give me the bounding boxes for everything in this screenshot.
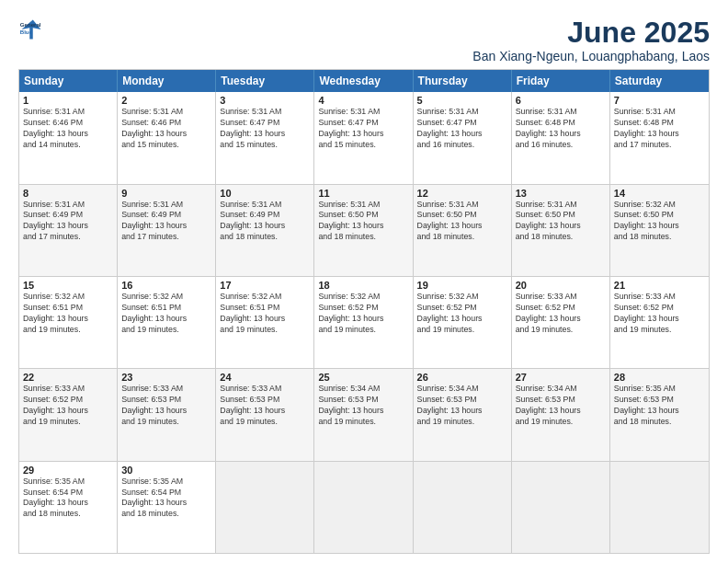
calendar: Sunday Monday Tuesday Wednesday Thursday… — [18, 69, 710, 554]
day-number: 13 — [516, 188, 606, 199]
cal-cell-day-17: 17Sunrise: 5:32 AM Sunset: 6:51 PM Dayli… — [216, 277, 314, 368]
day-number: 2 — [121, 95, 211, 106]
cal-cell-day-20: 20Sunrise: 5:33 AM Sunset: 6:52 PM Dayli… — [512, 277, 610, 368]
day-number: 26 — [417, 372, 507, 383]
cal-cell-day-29: 29Sunrise: 5:35 AM Sunset: 6:54 PM Dayli… — [19, 462, 118, 553]
day-info: Sunrise: 5:34 AM Sunset: 6:53 PM Dayligh… — [417, 384, 507, 428]
day-info: Sunrise: 5:31 AM Sunset: 6:50 PM Dayligh… — [318, 200, 408, 244]
cal-cell-day-21: 21Sunrise: 5:33 AM Sunset: 6:52 PM Dayli… — [610, 277, 709, 368]
cal-cell-empty — [314, 462, 413, 553]
day-number: 12 — [417, 188, 507, 199]
day-number: 3 — [220, 95, 310, 106]
cal-cell-day-15: 15Sunrise: 5:32 AM Sunset: 6:51 PM Dayli… — [19, 277, 118, 368]
day-info: Sunrise: 5:33 AM Sunset: 6:52 PM Dayligh… — [516, 292, 606, 336]
day-number: 7 — [614, 95, 705, 106]
cal-cell-day-22: 22Sunrise: 5:33 AM Sunset: 6:52 PM Dayli… — [19, 369, 118, 460]
cal-cell-empty — [512, 462, 610, 553]
day-info: Sunrise: 5:32 AM Sunset: 6:52 PM Dayligh… — [318, 292, 408, 336]
day-info: Sunrise: 5:33 AM Sunset: 6:52 PM Dayligh… — [23, 384, 113, 428]
day-number: 15 — [23, 280, 113, 291]
day-number: 5 — [417, 95, 507, 106]
cal-cell-day-11: 11Sunrise: 5:31 AM Sunset: 6:50 PM Dayli… — [314, 185, 413, 276]
cal-cell-day-2: 2Sunrise: 5:31 AM Sunset: 6:46 PM Daylig… — [118, 92, 216, 183]
header-wednesday: Wednesday — [314, 70, 413, 92]
day-info: Sunrise: 5:35 AM Sunset: 6:53 PM Dayligh… — [614, 384, 705, 428]
calendar-body: 1Sunrise: 5:31 AM Sunset: 6:46 PM Daylig… — [19, 92, 709, 553]
day-info: Sunrise: 5:32 AM Sunset: 6:51 PM Dayligh… — [23, 292, 113, 336]
day-number: 23 — [121, 372, 211, 383]
header-sunday: Sunday — [19, 70, 118, 92]
day-number: 29 — [23, 465, 113, 476]
day-number: 11 — [318, 188, 408, 199]
day-info: Sunrise: 5:35 AM Sunset: 6:54 PM Dayligh… — [23, 477, 113, 521]
day-info: Sunrise: 5:34 AM Sunset: 6:53 PM Dayligh… — [516, 384, 606, 428]
day-number: 28 — [614, 372, 705, 383]
day-number: 14 — [614, 188, 705, 199]
title-block: June 2025 Ban Xiang-Ngeun, Louangphabang… — [472, 17, 710, 63]
cal-row-2: 8Sunrise: 5:31 AM Sunset: 6:49 PM Daylig… — [19, 185, 709, 277]
svg-text:General: General — [20, 21, 41, 28]
cal-cell-day-28: 28Sunrise: 5:35 AM Sunset: 6:53 PM Dayli… — [610, 369, 709, 460]
day-number: 9 — [121, 188, 211, 199]
day-info: Sunrise: 5:32 AM Sunset: 6:50 PM Dayligh… — [614, 200, 705, 244]
calendar-header: Sunday Monday Tuesday Wednesday Thursday… — [19, 70, 709, 92]
cal-cell-day-26: 26Sunrise: 5:34 AM Sunset: 6:53 PM Dayli… — [414, 369, 512, 460]
svg-text:Blue: Blue — [20, 29, 33, 35]
cal-row-5: 29Sunrise: 5:35 AM Sunset: 6:54 PM Dayli… — [19, 462, 709, 553]
cal-cell-day-9: 9Sunrise: 5:31 AM Sunset: 6:49 PM Daylig… — [118, 185, 216, 276]
header-saturday: Saturday — [610, 70, 709, 92]
cal-cell-day-8: 8Sunrise: 5:31 AM Sunset: 6:49 PM Daylig… — [19, 185, 118, 276]
day-number: 24 — [220, 372, 310, 383]
day-number: 8 — [23, 188, 113, 199]
day-info: Sunrise: 5:31 AM Sunset: 6:48 PM Dayligh… — [614, 107, 705, 151]
cal-cell-day-30: 30Sunrise: 5:35 AM Sunset: 6:54 PM Dayli… — [118, 462, 216, 553]
cal-cell-empty — [216, 462, 314, 553]
cal-cell-day-6: 6Sunrise: 5:31 AM Sunset: 6:48 PM Daylig… — [512, 92, 610, 183]
day-number: 27 — [516, 372, 606, 383]
day-number: 21 — [614, 280, 705, 291]
cal-cell-day-19: 19Sunrise: 5:32 AM Sunset: 6:52 PM Dayli… — [414, 277, 512, 368]
cal-cell-day-4: 4Sunrise: 5:31 AM Sunset: 6:47 PM Daylig… — [314, 92, 413, 183]
header-friday: Friday — [512, 70, 610, 92]
cal-cell-day-16: 16Sunrise: 5:32 AM Sunset: 6:51 PM Dayli… — [118, 277, 216, 368]
day-number: 19 — [417, 280, 507, 291]
day-info: Sunrise: 5:31 AM Sunset: 6:48 PM Dayligh… — [516, 107, 606, 151]
day-number: 6 — [516, 95, 606, 106]
cal-cell-day-24: 24Sunrise: 5:33 AM Sunset: 6:53 PM Dayli… — [216, 369, 314, 460]
cal-cell-day-14: 14Sunrise: 5:32 AM Sunset: 6:50 PM Dayli… — [610, 185, 709, 276]
cal-cell-day-7: 7Sunrise: 5:31 AM Sunset: 6:48 PM Daylig… — [610, 92, 709, 183]
day-number: 16 — [121, 280, 211, 291]
subtitle: Ban Xiang-Ngeun, Louangphabang, Laos — [472, 49, 710, 63]
day-info: Sunrise: 5:31 AM Sunset: 6:49 PM Dayligh… — [121, 200, 211, 244]
day-info: Sunrise: 5:31 AM Sunset: 6:49 PM Dayligh… — [23, 200, 113, 244]
cal-cell-empty — [414, 462, 512, 553]
cal-cell-day-25: 25Sunrise: 5:34 AM Sunset: 6:53 PM Dayli… — [314, 369, 413, 460]
day-info: Sunrise: 5:32 AM Sunset: 6:51 PM Dayligh… — [220, 292, 310, 336]
cal-cell-day-13: 13Sunrise: 5:31 AM Sunset: 6:50 PM Dayli… — [512, 185, 610, 276]
day-info: Sunrise: 5:31 AM Sunset: 6:46 PM Dayligh… — [121, 107, 211, 151]
day-number: 1 — [23, 95, 113, 106]
page: General Blue June 2025 Ban Xiang-Ngeun, … — [0, 0, 728, 563]
day-info: Sunrise: 5:34 AM Sunset: 6:53 PM Dayligh… — [318, 384, 408, 428]
header-thursday: Thursday — [414, 70, 512, 92]
cal-cell-day-18: 18Sunrise: 5:32 AM Sunset: 6:52 PM Dayli… — [314, 277, 413, 368]
day-info: Sunrise: 5:31 AM Sunset: 6:50 PM Dayligh… — [516, 200, 606, 244]
cal-cell-day-3: 3Sunrise: 5:31 AM Sunset: 6:47 PM Daylig… — [216, 92, 314, 183]
day-info: Sunrise: 5:33 AM Sunset: 6:52 PM Dayligh… — [614, 292, 705, 336]
header-tuesday: Tuesday — [216, 70, 314, 92]
day-info: Sunrise: 5:31 AM Sunset: 6:49 PM Dayligh… — [220, 200, 310, 244]
day-info: Sunrise: 5:31 AM Sunset: 6:47 PM Dayligh… — [318, 107, 408, 151]
day-number: 17 — [220, 280, 310, 291]
day-number: 4 — [318, 95, 408, 106]
day-info: Sunrise: 5:31 AM Sunset: 6:47 PM Dayligh… — [220, 107, 310, 151]
day-number: 10 — [220, 188, 310, 199]
day-info: Sunrise: 5:31 AM Sunset: 6:47 PM Dayligh… — [417, 107, 507, 151]
day-number: 22 — [23, 372, 113, 383]
cal-cell-day-1: 1Sunrise: 5:31 AM Sunset: 6:46 PM Daylig… — [19, 92, 118, 183]
day-info: Sunrise: 5:32 AM Sunset: 6:52 PM Dayligh… — [417, 292, 507, 336]
day-number: 25 — [318, 372, 408, 383]
day-info: Sunrise: 5:31 AM Sunset: 6:46 PM Dayligh… — [23, 107, 113, 151]
cal-cell-empty — [610, 462, 709, 553]
cal-row-3: 15Sunrise: 5:32 AM Sunset: 6:51 PM Dayli… — [19, 277, 709, 369]
logo-icon: General Blue — [18, 17, 44, 42]
